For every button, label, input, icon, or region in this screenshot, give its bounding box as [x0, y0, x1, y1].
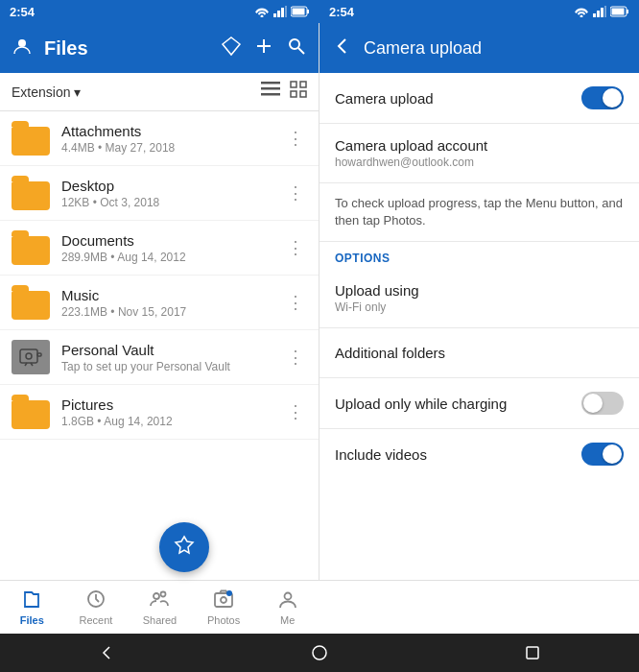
- diamond-icon[interactable]: [221, 36, 242, 61]
- user-icon[interactable]: [12, 36, 33, 61]
- panel-title: Camera upload: [364, 38, 482, 59]
- setting-camera-account[interactable]: Camera upload account howardhwen@outlook…: [320, 124, 639, 183]
- list-item[interactable]: Attachments 4.4MB • May 27, 2018 ⋮: [0, 111, 319, 166]
- more-button[interactable]: ⋮: [283, 179, 307, 207]
- more-button[interactable]: ⋮: [283, 233, 307, 262]
- bottom-nav: Files Recent Shared: [0, 580, 320, 634]
- file-info: Pictures 1.8GB • Aug 14, 2012: [61, 396, 283, 428]
- svg-point-18: [290, 39, 299, 49]
- file-meta: 289.9MB • Aug 14, 2012: [61, 251, 283, 264]
- file-meta: 223.1MB • Nov 15, 2017: [61, 305, 283, 319]
- svg-rect-29: [37, 353, 41, 356]
- setting-sub: Wi-Fi only: [335, 300, 624, 314]
- system-recent-button[interactable]: [521, 641, 544, 664]
- include-videos-toggle[interactable]: [581, 443, 624, 466]
- file-meta: Tap to set up your Personal Vault: [61, 360, 283, 373]
- svg-rect-6: [293, 9, 305, 15]
- more-button[interactable]: ⋮: [283, 397, 307, 426]
- folder-icon: [12, 395, 50, 429]
- file-list: Attachments 4.4MB • May 27, 2018 ⋮ Deskt…: [0, 111, 319, 580]
- chevron-down-icon: ▾: [74, 84, 81, 100]
- setting-upload-charging[interactable]: Upload only while charging: [320, 378, 639, 429]
- more-button[interactable]: ⋮: [283, 124, 307, 153]
- svg-rect-22: [261, 93, 280, 96]
- file-name: Attachments: [61, 123, 283, 139]
- setting-label: Upload using: [335, 282, 624, 299]
- setting-camera-upload[interactable]: Camera upload: [320, 73, 639, 124]
- list-item[interactable]: Music 223.1MB • Nov 15, 2017 ⋮: [0, 276, 319, 330]
- file-meta: 1.8GB • Aug 14, 2012: [61, 415, 283, 428]
- setting-label: Additional folders: [335, 345, 624, 361]
- file-info: Personal Vault Tap to set up your Person…: [61, 342, 283, 373]
- svg-rect-9: [601, 8, 604, 17]
- folder-icon: [12, 176, 50, 210]
- setting-include-videos[interactable]: Include videos: [320, 429, 639, 479]
- right-status-time: 2:54: [329, 5, 354, 19]
- svg-rect-40: [527, 647, 538, 659]
- setting-label: Camera upload account: [335, 137, 624, 154]
- fab-button[interactable]: [159, 522, 209, 572]
- camera-upload-toggle[interactable]: [581, 86, 624, 109]
- file-name: Desktop: [61, 178, 283, 194]
- left-status-time: 2:54: [10, 5, 35, 19]
- file-info: Documents 289.9MB • Aug 14, 2012: [61, 232, 283, 264]
- svg-marker-15: [223, 37, 240, 55]
- fab-container: [159, 522, 209, 572]
- nav-recent[interactable]: Recent: [64, 581, 129, 634]
- nav-files[interactable]: Files: [0, 581, 64, 634]
- svg-point-34: [161, 592, 166, 597]
- filter-bar: Extension ▾: [0, 73, 319, 111]
- system-nav: [0, 634, 639, 672]
- list-item[interactable]: Desktop 12KB • Oct 3, 2018 ⋮: [0, 166, 319, 221]
- grid-icon[interactable]: [290, 81, 307, 103]
- list-item[interactable]: Personal Vault Tap to set up your Person…: [0, 330, 319, 385]
- nav-recent-label: Recent: [79, 614, 112, 626]
- setting-sub: howardhwen@outlook.com: [335, 156, 624, 169]
- nav-me-label: Me: [280, 614, 295, 626]
- more-button[interactable]: ⋮: [283, 288, 307, 317]
- svg-point-36: [221, 597, 226, 603]
- svg-rect-25: [291, 91, 296, 97]
- back-button[interactable]: [331, 36, 352, 61]
- list-item[interactable]: Pictures 1.8GB • Aug 14, 2012 ⋮: [0, 385, 319, 440]
- svg-rect-26: [300, 91, 306, 97]
- file-name: Personal Vault: [61, 342, 283, 358]
- search-icon[interactable]: [286, 36, 307, 61]
- right-panel: Camera upload Camera upload Camera uplo: [320, 23, 639, 634]
- svg-rect-13: [612, 9, 625, 15]
- nav-me[interactable]: Me: [255, 581, 320, 634]
- vault-icon: [12, 340, 50, 374]
- list-icon[interactable]: [261, 82, 280, 102]
- filter-label: Extension: [12, 84, 70, 100]
- svg-rect-10: [604, 6, 606, 17]
- right-header: Camera upload: [320, 23, 639, 73]
- file-meta: 4.4MB • May 27, 2018: [61, 141, 283, 155]
- file-meta: 12KB • Oct 3, 2018: [61, 196, 283, 209]
- system-home-button[interactable]: [308, 641, 331, 664]
- system-back-button[interactable]: [95, 641, 118, 664]
- file-name: Music: [61, 287, 283, 303]
- file-name: Documents: [61, 232, 283, 249]
- svg-rect-3: [285, 6, 287, 17]
- svg-rect-5: [307, 10, 309, 13]
- extension-filter[interactable]: Extension ▾: [12, 84, 81, 100]
- nav-photos-label: Photos: [207, 614, 240, 626]
- svg-rect-20: [261, 82, 280, 84]
- right-status-icons: [574, 6, 629, 17]
- more-button[interactable]: ⋮: [283, 343, 307, 372]
- file-name: Pictures: [61, 396, 283, 413]
- left-status-icons: [254, 6, 310, 17]
- svg-rect-21: [261, 87, 280, 90]
- nav-shared-label: Shared: [143, 614, 177, 626]
- setting-upload-using[interactable]: Upload using Wi-Fi only: [320, 269, 639, 328]
- setting-additional-folders[interactable]: Additional folders: [320, 328, 639, 378]
- add-icon[interactable]: [253, 36, 274, 61]
- nav-shared[interactable]: Shared: [128, 581, 192, 634]
- app-title: Files: [44, 37, 209, 60]
- nav-photos[interactable]: Photos: [192, 581, 256, 634]
- upload-charging-toggle[interactable]: [581, 392, 624, 415]
- svg-rect-27: [20, 349, 37, 363]
- setting-label: Include videos: [335, 446, 581, 463]
- left-header: Files: [0, 23, 319, 73]
- list-item[interactable]: Documents 289.9MB • Aug 14, 2012 ⋮: [0, 221, 319, 276]
